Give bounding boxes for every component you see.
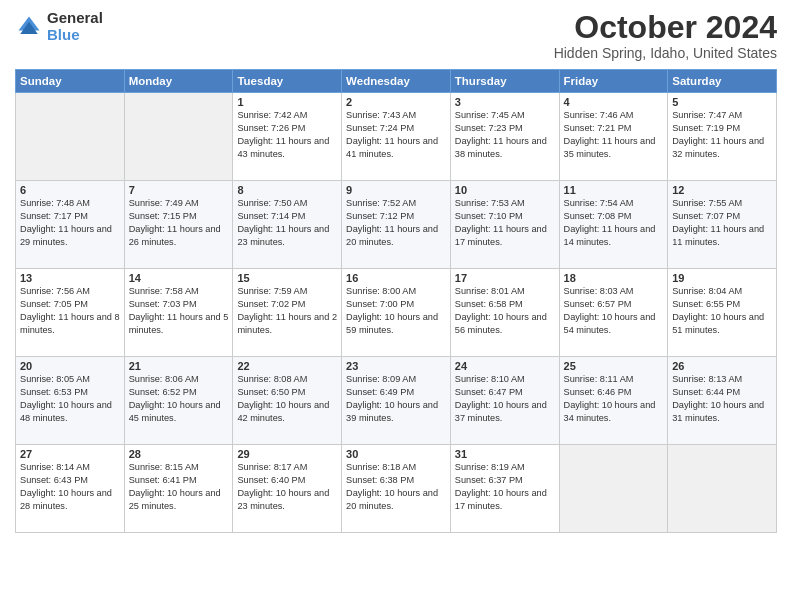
calendar-cell: 8Sunrise: 7:50 AMSunset: 7:14 PMDaylight… [233, 181, 342, 269]
calendar-cell [16, 93, 125, 181]
day-number: 26 [672, 360, 772, 372]
day-number: 10 [455, 184, 555, 196]
day-info: Sunrise: 7:50 AMSunset: 7:14 PMDaylight:… [237, 197, 337, 249]
day-of-week-header: Friday [559, 70, 668, 93]
day-info: Sunrise: 7:43 AMSunset: 7:24 PMDaylight:… [346, 109, 446, 161]
day-number: 25 [564, 360, 664, 372]
day-info: Sunrise: 8:10 AMSunset: 6:47 PMDaylight:… [455, 373, 555, 425]
day-of-week-header: Wednesday [342, 70, 451, 93]
calendar-cell: 13Sunrise: 7:56 AMSunset: 7:05 PMDayligh… [16, 269, 125, 357]
logo: General Blue [15, 10, 103, 43]
day-number: 31 [455, 448, 555, 460]
calendar-cell [668, 445, 777, 533]
day-info: Sunrise: 7:52 AMSunset: 7:12 PMDaylight:… [346, 197, 446, 249]
day-info: Sunrise: 8:17 AMSunset: 6:40 PMDaylight:… [237, 461, 337, 513]
day-number: 4 [564, 96, 664, 108]
day-number: 5 [672, 96, 772, 108]
calendar-cell: 26Sunrise: 8:13 AMSunset: 6:44 PMDayligh… [668, 357, 777, 445]
day-number: 22 [237, 360, 337, 372]
calendar-cell: 18Sunrise: 8:03 AMSunset: 6:57 PMDayligh… [559, 269, 668, 357]
day-info: Sunrise: 7:45 AMSunset: 7:23 PMDaylight:… [455, 109, 555, 161]
calendar-cell: 25Sunrise: 8:11 AMSunset: 6:46 PMDayligh… [559, 357, 668, 445]
day-info: Sunrise: 8:01 AMSunset: 6:58 PMDaylight:… [455, 285, 555, 337]
calendar-cell: 14Sunrise: 7:58 AMSunset: 7:03 PMDayligh… [124, 269, 233, 357]
day-info: Sunrise: 7:49 AMSunset: 7:15 PMDaylight:… [129, 197, 229, 249]
calendar-cell: 22Sunrise: 8:08 AMSunset: 6:50 PMDayligh… [233, 357, 342, 445]
header-row: SundayMondayTuesdayWednesdayThursdayFrid… [16, 70, 777, 93]
calendar-cell: 2Sunrise: 7:43 AMSunset: 7:24 PMDaylight… [342, 93, 451, 181]
day-info: Sunrise: 7:54 AMSunset: 7:08 PMDaylight:… [564, 197, 664, 249]
day-info: Sunrise: 7:58 AMSunset: 7:03 PMDaylight:… [129, 285, 229, 337]
calendar-cell [559, 445, 668, 533]
day-number: 15 [237, 272, 337, 284]
calendar-cell: 29Sunrise: 8:17 AMSunset: 6:40 PMDayligh… [233, 445, 342, 533]
calendar-cell: 31Sunrise: 8:19 AMSunset: 6:37 PMDayligh… [450, 445, 559, 533]
day-number: 9 [346, 184, 446, 196]
day-number: 1 [237, 96, 337, 108]
calendar-cell: 30Sunrise: 8:18 AMSunset: 6:38 PMDayligh… [342, 445, 451, 533]
day-info: Sunrise: 8:05 AMSunset: 6:53 PMDaylight:… [20, 373, 120, 425]
day-info: Sunrise: 8:18 AMSunset: 6:38 PMDaylight:… [346, 461, 446, 513]
calendar-cell: 16Sunrise: 8:00 AMSunset: 7:00 PMDayligh… [342, 269, 451, 357]
logo-general-label: General [47, 10, 103, 27]
day-info: Sunrise: 8:06 AMSunset: 6:52 PMDaylight:… [129, 373, 229, 425]
day-info: Sunrise: 8:08 AMSunset: 6:50 PMDaylight:… [237, 373, 337, 425]
calendar-cell: 27Sunrise: 8:14 AMSunset: 6:43 PMDayligh… [16, 445, 125, 533]
day-number: 17 [455, 272, 555, 284]
calendar-cell: 21Sunrise: 8:06 AMSunset: 6:52 PMDayligh… [124, 357, 233, 445]
day-info: Sunrise: 7:56 AMSunset: 7:05 PMDaylight:… [20, 285, 120, 337]
day-number: 8 [237, 184, 337, 196]
logo-blue-label: Blue [47, 27, 103, 44]
day-info: Sunrise: 8:14 AMSunset: 6:43 PMDaylight:… [20, 461, 120, 513]
day-number: 30 [346, 448, 446, 460]
header: General Blue October 2024 Hidden Spring,… [15, 10, 777, 61]
calendar-week-row: 13Sunrise: 7:56 AMSunset: 7:05 PMDayligh… [16, 269, 777, 357]
day-number: 24 [455, 360, 555, 372]
day-info: Sunrise: 8:13 AMSunset: 6:44 PMDaylight:… [672, 373, 772, 425]
day-number: 11 [564, 184, 664, 196]
calendar-cell: 15Sunrise: 7:59 AMSunset: 7:02 PMDayligh… [233, 269, 342, 357]
logo-text: General Blue [47, 10, 103, 43]
calendar-cell: 3Sunrise: 7:45 AMSunset: 7:23 PMDaylight… [450, 93, 559, 181]
day-number: 13 [20, 272, 120, 284]
day-of-week-header: Monday [124, 70, 233, 93]
day-number: 23 [346, 360, 446, 372]
day-info: Sunrise: 7:42 AMSunset: 7:26 PMDaylight:… [237, 109, 337, 161]
day-number: 27 [20, 448, 120, 460]
day-number: 21 [129, 360, 229, 372]
day-of-week-header: Tuesday [233, 70, 342, 93]
day-number: 2 [346, 96, 446, 108]
calendar-week-row: 6Sunrise: 7:48 AMSunset: 7:17 PMDaylight… [16, 181, 777, 269]
day-info: Sunrise: 7:53 AMSunset: 7:10 PMDaylight:… [455, 197, 555, 249]
day-number: 29 [237, 448, 337, 460]
day-info: Sunrise: 8:11 AMSunset: 6:46 PMDaylight:… [564, 373, 664, 425]
day-number: 28 [129, 448, 229, 460]
calendar-table: SundayMondayTuesdayWednesdayThursdayFrid… [15, 69, 777, 533]
calendar-cell: 12Sunrise: 7:55 AMSunset: 7:07 PMDayligh… [668, 181, 777, 269]
location: Hidden Spring, Idaho, United States [554, 45, 777, 61]
calendar-cell: 28Sunrise: 8:15 AMSunset: 6:41 PMDayligh… [124, 445, 233, 533]
day-number: 16 [346, 272, 446, 284]
calendar-cell: 19Sunrise: 8:04 AMSunset: 6:55 PMDayligh… [668, 269, 777, 357]
calendar-cell: 23Sunrise: 8:09 AMSunset: 6:49 PMDayligh… [342, 357, 451, 445]
day-info: Sunrise: 7:59 AMSunset: 7:02 PMDaylight:… [237, 285, 337, 337]
calendar-cell: 11Sunrise: 7:54 AMSunset: 7:08 PMDayligh… [559, 181, 668, 269]
day-of-week-header: Thursday [450, 70, 559, 93]
day-number: 3 [455, 96, 555, 108]
logo-icon [15, 13, 43, 41]
calendar-week-row: 1Sunrise: 7:42 AMSunset: 7:26 PMDaylight… [16, 93, 777, 181]
calendar-cell: 7Sunrise: 7:49 AMSunset: 7:15 PMDaylight… [124, 181, 233, 269]
day-of-week-header: Sunday [16, 70, 125, 93]
calendar-cell: 10Sunrise: 7:53 AMSunset: 7:10 PMDayligh… [450, 181, 559, 269]
day-number: 20 [20, 360, 120, 372]
day-info: Sunrise: 8:04 AMSunset: 6:55 PMDaylight:… [672, 285, 772, 337]
month-title: October 2024 [554, 10, 777, 45]
day-info: Sunrise: 7:55 AMSunset: 7:07 PMDaylight:… [672, 197, 772, 249]
day-info: Sunrise: 8:09 AMSunset: 6:49 PMDaylight:… [346, 373, 446, 425]
day-number: 12 [672, 184, 772, 196]
calendar-cell: 24Sunrise: 8:10 AMSunset: 6:47 PMDayligh… [450, 357, 559, 445]
calendar-cell [124, 93, 233, 181]
page: General Blue October 2024 Hidden Spring,… [0, 0, 792, 612]
day-info: Sunrise: 8:15 AMSunset: 6:41 PMDaylight:… [129, 461, 229, 513]
calendar-week-row: 27Sunrise: 8:14 AMSunset: 6:43 PMDayligh… [16, 445, 777, 533]
